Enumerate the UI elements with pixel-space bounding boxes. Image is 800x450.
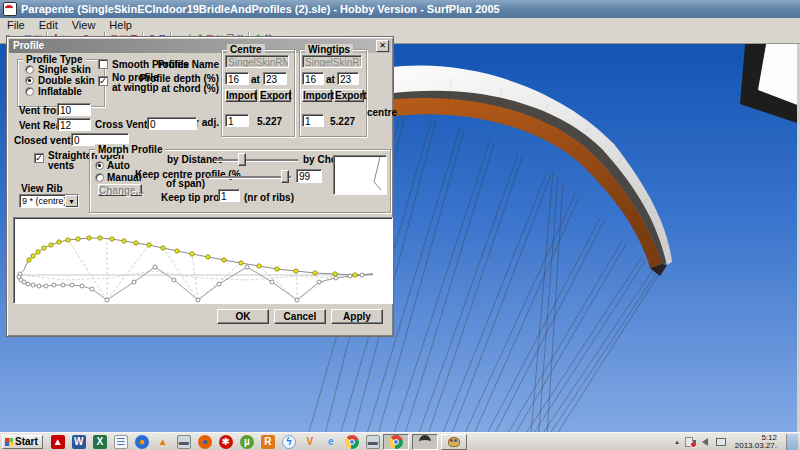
straighten-vents-checkbox[interactable]: ✓ (34, 153, 44, 163)
profile-node[interactable] (222, 258, 226, 262)
menu-help[interactable]: Help (102, 19, 139, 31)
profile-node[interactable] (49, 243, 53, 247)
no-profile-checkbox[interactable]: ✓ (98, 76, 108, 86)
hidden-icons-chevron[interactable]: ▴ (675, 438, 679, 446)
internet-explorer-icon[interactable]: e (324, 435, 338, 449)
centre-import-button[interactable]: Import (225, 89, 257, 102)
profile-node[interactable] (333, 272, 337, 276)
surfplan-taskbar-button[interactable] (412, 434, 438, 450)
radio-single-skin[interactable] (25, 65, 34, 74)
profile-node[interactable] (87, 236, 91, 240)
menu-file[interactable]: File (0, 19, 32, 31)
profile-node[interactable] (360, 273, 364, 277)
profile-node[interactable] (217, 282, 221, 286)
profile-node[interactable] (172, 278, 176, 282)
profile-node[interactable] (317, 280, 321, 284)
profile-node[interactable] (27, 258, 31, 262)
adobe-reader-icon[interactable]: ▲ (51, 435, 65, 449)
profile-node[interactable] (42, 246, 46, 250)
firefox-icon[interactable]: ● (198, 435, 212, 449)
straighten-vents-label-2[interactable]: vents (48, 160, 74, 171)
wingtips-export-button[interactable]: Export (334, 89, 364, 102)
media-player-icon[interactable]: ● (135, 435, 149, 449)
chrome-icon-small[interactable] (389, 435, 403, 449)
volume-icon[interactable] (700, 436, 711, 447)
profile-node[interactable] (37, 284, 41, 288)
profile-node[interactable] (36, 250, 40, 254)
show-desktop-button[interactable] (786, 434, 798, 450)
profile-node[interactable] (57, 240, 61, 244)
profile-node[interactable] (66, 238, 70, 242)
apply-button[interactable]: Apply (331, 309, 383, 324)
vent-rear-field[interactable]: 12 (57, 118, 91, 131)
profile-node[interactable] (105, 298, 109, 302)
v-app-icon[interactable]: V (303, 435, 317, 449)
wingtips-camber-field[interactable]: 1 (302, 114, 324, 127)
radio-double-skin-label[interactable]: Double skin (38, 75, 95, 86)
ok-button[interactable]: OK (217, 309, 269, 324)
profile-node[interactable] (44, 284, 48, 288)
word-icon[interactable]: W (72, 435, 86, 449)
wingtips-import-button[interactable]: Import (302, 89, 332, 102)
wingtips-chord-field[interactable]: 23 (337, 72, 359, 85)
clock[interactable]: 5:12 2013.03.27. (735, 434, 777, 450)
keep-centre-field[interactable]: 99 (296, 169, 322, 183)
view-rib-dropdown[interactable]: 9 * (centre) ▼ (19, 194, 79, 208)
red-app-icon[interactable]: ✱ (219, 435, 233, 449)
lightning-icon[interactable]: ϟ (282, 435, 296, 449)
radio-inflatable[interactable] (25, 87, 34, 96)
profile-node[interactable] (348, 274, 352, 278)
start-button[interactable]: Start (2, 435, 43, 449)
profile-node[interactable] (270, 280, 274, 284)
utorrent-icon[interactable]: µ (240, 435, 254, 449)
chevron-down-icon[interactable]: ▼ (65, 195, 78, 207)
close-icon[interactable]: ✕ (376, 40, 389, 52)
vlc-icon[interactable]: ▲ (156, 435, 170, 449)
task-list-icon[interactable]: ☰ (114, 435, 128, 449)
distance-chord-slider-thumb[interactable] (238, 153, 246, 166)
smooth-profiles-checkbox[interactable] (98, 59, 108, 69)
profile-node[interactable] (98, 236, 102, 240)
profile-node[interactable] (294, 269, 298, 273)
profile-node[interactable] (245, 265, 249, 269)
centre-export-button[interactable]: Export (259, 89, 291, 102)
excel-icon[interactable]: X (93, 435, 107, 449)
cross-vents-field[interactable]: 0 (147, 117, 197, 130)
profile-node[interactable] (334, 276, 338, 280)
radio-morph-manual[interactable] (95, 173, 104, 182)
wingtips-profile-name-field[interactable]: SingelSkinRMIndc (302, 55, 362, 68)
profile-node[interactable] (275, 267, 279, 271)
profile-node[interactable] (76, 237, 80, 241)
keep-centre-slider[interactable] (209, 176, 291, 179)
profile-node[interactable] (26, 282, 30, 286)
radio-double-skin[interactable] (25, 76, 34, 85)
centre-camber-field[interactable]: 1 (225, 114, 249, 127)
profile-node[interactable] (90, 287, 94, 291)
profile-node[interactable] (147, 243, 151, 247)
menu-edit[interactable]: Edit (32, 19, 65, 31)
chrome-icon[interactable] (345, 435, 359, 449)
profile-node[interactable] (61, 283, 65, 287)
display-icon[interactable]: ▬ (177, 435, 191, 449)
profile-node[interactable] (257, 264, 261, 268)
profile-node[interactable] (161, 246, 165, 250)
profile-node[interactable] (132, 280, 136, 284)
radio-morph-auto-label[interactable]: Auto (107, 160, 130, 171)
profile-node[interactable] (175, 249, 179, 253)
distance-chord-slider[interactable] (214, 159, 298, 162)
profile-node[interactable] (52, 283, 56, 287)
profile-node[interactable] (122, 239, 126, 243)
rocketdock-icon[interactable]: R (261, 435, 275, 449)
window-titlebar[interactable]: Parapente (SingleSkinECIndoor19BridleAnd… (0, 0, 800, 18)
display-tray-icon[interactable] (716, 436, 727, 447)
profile-node[interactable] (153, 265, 157, 269)
profile-node[interactable] (196, 298, 200, 302)
display-icon-2[interactable]: ▬ (366, 435, 380, 449)
wingtips-depth-field[interactable]: 16 (302, 72, 324, 85)
centre-depth-field[interactable]: 16 (225, 72, 249, 85)
paint-taskbar-button[interactable] (441, 434, 467, 450)
centre-profile-name-field[interactable]: SingelSkinRMIndc (225, 55, 289, 68)
profile-node[interactable] (190, 252, 194, 256)
profile-node[interactable] (70, 283, 74, 287)
profile-node[interactable] (353, 273, 357, 277)
